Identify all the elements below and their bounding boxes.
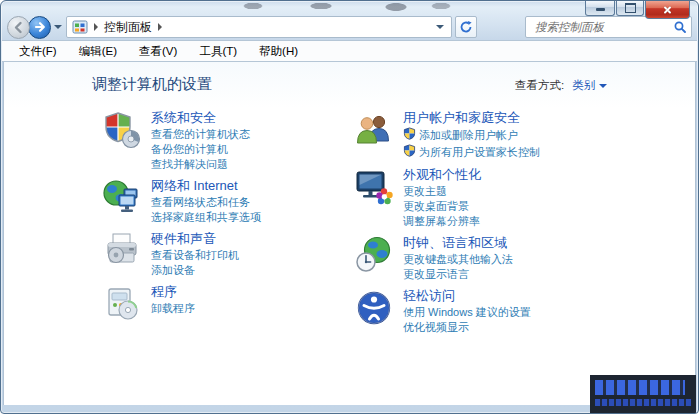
chevron-down-icon — [599, 84, 607, 88]
category-block: 用户帐户和家庭安全 添加或删除用户帐户 为所有用户设置家长控制 — [354, 109, 654, 161]
category-body: 系统和安全查看您的计算机状态备份您的计算机查找并解决问题 — [151, 109, 250, 172]
task-link-label: 查看您的计算机状态 — [151, 127, 250, 142]
task-link[interactable]: 使用 Windows 建议的设置 — [403, 305, 531, 320]
task-link[interactable]: 选择家庭组和共享选项 — [151, 210, 261, 225]
category-title-link[interactable]: 时钟、语言和区域 — [403, 235, 513, 251]
task-link[interactable]: 添加设备 — [151, 263, 239, 278]
search-input[interactable] — [533, 20, 673, 34]
back-arrow-icon — [12, 21, 25, 34]
category-title-link[interactable]: 轻松访问 — [403, 288, 531, 304]
task-link-label: 添加设备 — [151, 263, 195, 278]
close-icon — [662, 4, 673, 15]
page-title: 调整计算机的设置 — [92, 75, 212, 94]
task-link[interactable]: 更改桌面背景 — [403, 199, 481, 214]
category-block: 系统和安全查看您的计算机状态备份您的计算机查找并解决问题 — [102, 109, 350, 172]
task-link-label: 更改主题 — [403, 184, 447, 199]
task-link[interactable]: 查找并解决问题 — [151, 157, 250, 172]
category-block: 轻松访问使用 Windows 建议的设置优化视频显示 — [354, 287, 654, 335]
category-title-link[interactable]: 外观和个性化 — [403, 167, 481, 183]
task-link-label: 更改键盘或其他输入法 — [403, 252, 513, 267]
appearance-icon[interactable] — [354, 167, 394, 207]
maximize-button[interactable] — [616, 1, 644, 16]
ease-of-access-icon[interactable] — [354, 288, 394, 328]
search-icon[interactable] — [673, 20, 687, 34]
control-panel-window: 控制面板 文件(F)编辑(E)查看(V)工具(T)帮助(H) 调整计算机的设置 … — [0, 0, 699, 414]
menu-item-1[interactable]: 编辑(E) — [68, 42, 128, 61]
close-button[interactable] — [645, 1, 690, 19]
task-link[interactable]: 更改显示语言 — [403, 267, 513, 282]
category-block: 硬件和声音查看设备和打印机添加设备 — [102, 230, 350, 278]
programs-box-icon[interactable] — [102, 284, 142, 324]
view-by-label: 查看方式: — [515, 78, 564, 93]
address-bar[interactable]: 控制面板 — [66, 16, 452, 38]
task-link-label: 更改桌面背景 — [403, 199, 469, 214]
task-link[interactable]: 调整屏幕分辨率 — [403, 214, 481, 229]
task-link-label: 查找并解决问题 — [151, 157, 228, 172]
task-link[interactable]: 备份您的计算机 — [151, 142, 250, 157]
task-link[interactable]: 更改键盘或其他输入法 — [403, 252, 513, 267]
category-body: 外观和个性化更改主题更改桌面背景调整屏幕分辨率 — [403, 166, 481, 229]
category-block: 网络和 Internet查看网络状态和任务选择家庭组和共享选项 — [102, 177, 350, 225]
task-link[interactable]: 查看设备和打印机 — [151, 248, 239, 263]
menu-item-3[interactable]: 工具(T) — [188, 42, 248, 61]
minimize-icon — [596, 8, 605, 11]
users-icon[interactable] — [354, 110, 394, 150]
menu-item-2[interactable]: 查看(V) — [128, 42, 188, 61]
task-link[interactable]: 优化视频显示 — [403, 320, 531, 335]
task-link-label: 使用 Windows 建议的设置 — [403, 305, 531, 320]
category-column-right: 用户帐户和家庭安全 添加或删除用户帐户 为所有用户设置家长控制 外观和个性化更改… — [354, 109, 654, 340]
breadcrumb-separator-icon — [94, 23, 98, 31]
minimize-button[interactable] — [585, 1, 615, 16]
uac-shield-icon — [403, 144, 419, 161]
category-block: 程序卸载程序 — [102, 283, 350, 324]
task-link[interactable]: 查看您的计算机状态 — [151, 127, 250, 142]
category-title-link[interactable]: 网络和 Internet — [151, 178, 261, 194]
task-link[interactable]: 更改主题 — [403, 184, 481, 199]
back-button[interactable] — [7, 16, 30, 39]
refresh-icon — [459, 20, 473, 34]
category-title-link[interactable]: 系统和安全 — [151, 110, 250, 126]
category-body: 网络和 Internet查看网络状态和任务选择家庭组和共享选项 — [151, 177, 261, 225]
forward-button[interactable] — [28, 16, 51, 39]
menu-item-0[interactable]: 文件(F) — [8, 42, 68, 61]
window-caption-buttons — [585, 1, 690, 19]
task-link-label: 添加或删除用户帐户 — [419, 128, 518, 143]
forward-arrow-icon — [33, 20, 47, 34]
view-by-category-dropdown[interactable]: 类别 — [572, 78, 607, 93]
task-link-label: 更改显示语言 — [403, 267, 469, 282]
breadcrumb-separator-icon[interactable] — [158, 23, 162, 31]
category-body: 时钟、语言和区域更改键盘或其他输入法更改显示语言 — [403, 234, 513, 282]
view-by-control: 查看方式: 类别 — [515, 78, 607, 93]
task-link-label: 调整屏幕分辨率 — [403, 214, 480, 229]
breadcrumb-control-panel[interactable]: 控制面板 — [104, 19, 152, 36]
search-box[interactable] — [525, 16, 692, 38]
category-block: 外观和个性化更改主题更改桌面背景调整屏幕分辨率 — [354, 166, 654, 229]
clock-globe-icon[interactable] — [354, 235, 394, 275]
network-globe-icon[interactable] — [102, 178, 142, 218]
address-dropdown-icon[interactable] — [436, 25, 444, 29]
task-link[interactable]: 为所有用户设置家长控制 — [403, 144, 540, 161]
maximize-icon — [625, 3, 636, 13]
watermark-text-line2 — [595, 399, 691, 406]
task-link-label: 卸载程序 — [151, 301, 195, 316]
category-title-link[interactable]: 硬件和声音 — [151, 231, 239, 247]
uac-shield-icon — [403, 127, 419, 144]
task-link[interactable]: 查看网络状态和任务 — [151, 195, 261, 210]
category-block: 时钟、语言和区域更改键盘或其他输入法更改显示语言 — [354, 234, 654, 282]
security-shield-icon[interactable] — [102, 110, 142, 150]
task-link-label: 备份您的计算机 — [151, 142, 228, 157]
refresh-button[interactable] — [455, 16, 477, 38]
task-link-label: 查看设备和打印机 — [151, 248, 239, 263]
control-panel-home: 调整计算机的设置 查看方式: 类别 系统和安全查看您的计算机状态备份您的计算机查… — [3, 62, 696, 405]
menu-item-4[interactable]: 帮助(H) — [248, 42, 309, 61]
watermark-text-line1 — [595, 380, 685, 395]
view-by-value: 类别 — [572, 78, 595, 93]
task-link-label: 选择家庭组和共享选项 — [151, 210, 261, 225]
category-title-link[interactable]: 程序 — [151, 284, 195, 300]
category-title-link[interactable]: 用户帐户和家庭安全 — [403, 110, 540, 126]
printer-icon[interactable] — [102, 231, 142, 271]
task-link-label: 为所有用户设置家长控制 — [419, 145, 540, 160]
task-link[interactable]: 添加或删除用户帐户 — [403, 127, 540, 144]
task-link[interactable]: 卸载程序 — [151, 301, 195, 316]
recent-pages-chevron-icon[interactable] — [54, 25, 62, 29]
